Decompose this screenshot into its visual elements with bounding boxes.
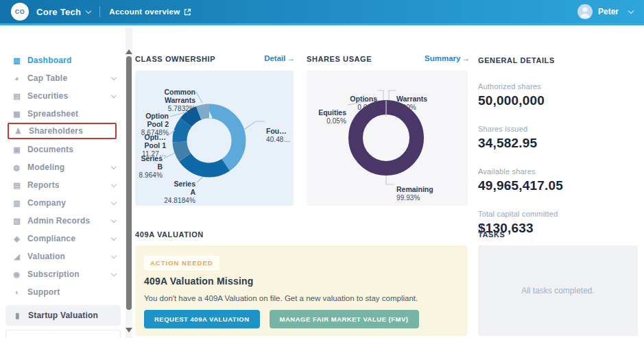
vertical-scrollbar[interactable] xyxy=(126,27,132,338)
sidebar-item-label: Support xyxy=(27,287,60,297)
409a-valuation-card: ACTION NEEDED 409A Valuation Missing You… xyxy=(135,245,468,336)
tasks-title: TASKS xyxy=(478,230,505,239)
sidebar-item-documents[interactable]: ▣Documents xyxy=(0,141,126,158)
detail-link[interactable]: Detail→ xyxy=(264,54,295,62)
sidebar-item-compliance[interactable]: ◈Compliance xyxy=(0,230,126,248)
sidebar-item-support[interactable]: ◖Support xyxy=(0,283,126,301)
sidebar-item-label: Subscription xyxy=(27,269,80,279)
sidebar-item-label: Documents xyxy=(27,145,73,154)
sidebar-item-startup-valuation[interactable]: ▮Startup Valuation xyxy=(5,305,121,326)
donut-label-remaining: Remaining 99.93% xyxy=(396,177,433,210)
scrollbar-up-arrow[interactable] xyxy=(126,49,132,54)
sidebar-item-label: Startup Valuation xyxy=(28,311,98,320)
shareholders-icon: ♟ xyxy=(14,127,23,136)
top-bar: CO Core Tech Account overview Peter xyxy=(0,0,644,25)
sidebar-item-dashboard[interactable]: ▥Dashboard xyxy=(0,51,126,69)
general-details-title: GENERAL DETAILS xyxy=(478,56,644,64)
sidebar-item-label: Spreadsheet xyxy=(27,109,78,119)
sidebar-item-subscription[interactable]: ◉Subscription xyxy=(0,265,126,283)
class-ownership-chart-card: Common Warrants 5.7832% Option Pool 2 8.… xyxy=(135,71,294,206)
stat-label: Shares issued xyxy=(478,125,644,133)
sidebar-item-shareholders[interactable]: ♟Shareholders xyxy=(8,123,117,139)
authorized-shares-value: 50,000,000 xyxy=(478,93,644,108)
sidebar-item-securities[interactable]: ▤Securities xyxy=(0,87,126,105)
chevron-down-icon xyxy=(111,92,117,97)
valuation-icon: ◢ xyxy=(12,252,21,261)
sidebar-item-admin-records[interactable]: ▧Admin Records xyxy=(0,212,126,230)
sidebar-item-modeling[interactable]: ◍Modeling xyxy=(0,158,126,176)
donut-label-common-warrants: Common Warrants 5.7832% xyxy=(165,80,196,121)
startup-valuation-icon: ▮ xyxy=(13,311,22,320)
sidebar-item-label: Dashboard xyxy=(27,56,71,65)
shares-usage-donut-chart xyxy=(307,71,468,206)
donut-label-options: Options 0.01% xyxy=(350,86,377,120)
409a-missing-description: You don't have a 409A Valuation on file.… xyxy=(144,294,418,302)
sidebar-item-company[interactable]: ▥Company xyxy=(0,194,126,212)
app-window: CO Core Tech Account overview Peter ▥Das… xyxy=(0,0,644,338)
spreadsheet-icon: ▦ xyxy=(12,110,21,119)
chevron-down-icon xyxy=(111,74,117,80)
support-icon: ◖ xyxy=(12,288,21,296)
company-icon: ▥ xyxy=(12,199,21,208)
main-content: CLASS OWNERSHIP Detail→ Common Warrants … xyxy=(134,27,644,338)
request-409a-valuation-button[interactable]: REQUEST 409A VALUATION xyxy=(144,310,260,328)
tasks-card: All tasks completed. xyxy=(478,245,638,336)
sidebar-item-label: Valuation xyxy=(27,252,65,261)
chevron-down-icon xyxy=(111,234,117,240)
sidebar-item-label: Cap Table xyxy=(27,73,67,83)
person-icon xyxy=(577,4,593,19)
compliance-icon: ◈ xyxy=(12,234,21,243)
chevron-down-icon[interactable] xyxy=(628,8,634,14)
manage-fmv-button[interactable]: MANAGE FAIR MARKET VALUE (FMV) xyxy=(270,310,419,328)
chevron-down-icon xyxy=(111,252,117,258)
company-initials: CO xyxy=(15,8,25,15)
user-menu[interactable]: Peter xyxy=(598,7,619,16)
chevron-down-icon xyxy=(111,217,117,222)
chevron-down-icon xyxy=(111,199,117,204)
sidebar-item-label: Admin Records xyxy=(27,216,90,226)
sidebar-item-spreadsheet[interactable]: ▦Spreadsheet xyxy=(0,105,126,123)
scrollbar-down-arrow[interactable] xyxy=(126,328,132,333)
scrollbar-thumb[interactable] xyxy=(126,56,132,310)
409a-valuation-title: 409A VALUATION xyxy=(135,230,204,239)
sidebar-item-label: Securities xyxy=(27,91,68,101)
company-switcher[interactable]: Core Tech xyxy=(36,7,81,17)
sidebar-item-label: Reports xyxy=(27,180,60,190)
account-overview-label: Account overview xyxy=(109,8,180,16)
company-logo: CO xyxy=(11,3,29,21)
account-overview-link[interactable]: Account overview xyxy=(109,8,191,16)
summary-link[interactable]: Summary→ xyxy=(425,54,470,62)
409a-missing-heading: 409A Valuation Missing xyxy=(144,276,253,287)
divider xyxy=(99,6,100,17)
arrow-right-icon: → xyxy=(462,54,470,62)
sidebar-item-reports[interactable]: ▤Reports xyxy=(0,176,126,194)
documents-icon: ▣ xyxy=(12,145,21,154)
shares-issued-value: 34,582.95 xyxy=(478,136,644,151)
user-avatar[interactable] xyxy=(577,4,593,19)
donut-label-equities: Equities 0.05% xyxy=(318,100,346,134)
sidebar-item-label: Compliance xyxy=(27,234,75,243)
sidebar-item-partial xyxy=(5,330,121,338)
summary-link-label: Summary xyxy=(425,54,460,62)
arrow-right-icon: → xyxy=(287,54,296,62)
chevron-down-icon xyxy=(111,163,117,169)
donut-label-series-a: Series A 24.8184% xyxy=(164,171,195,213)
class-ownership-title: CLASS OWNERSHIP xyxy=(135,55,215,63)
detail-link-label: Detail xyxy=(264,54,285,62)
shares-usage-chart-card: Options 0.01% Warrants 0.00% Equities 0.… xyxy=(307,71,468,206)
general-details-panel: GENERAL DETAILS Authorized shares 50,000… xyxy=(478,56,644,236)
sidebar-item-valuation[interactable]: ◢Valuation xyxy=(0,248,126,265)
sidebar-item-label: Company xyxy=(27,198,66,208)
admin-records-icon: ▧ xyxy=(12,217,21,226)
sidebar-item-cap-table[interactable]: ◕Cap Table xyxy=(0,69,126,87)
reports-icon: ▤ xyxy=(12,181,21,190)
sidebar-item-label: Shareholders xyxy=(29,126,83,136)
subscription-icon: ◉ xyxy=(12,270,21,279)
external-link-icon xyxy=(184,8,191,16)
stat-label: Available shares xyxy=(478,167,644,176)
stat-label: Authorized shares xyxy=(478,82,644,90)
chevron-down-icon[interactable] xyxy=(86,8,91,14)
donut-label-warrants: Warrants 0.00% xyxy=(396,86,427,120)
donut-label-series-b: Series B 8.964% xyxy=(139,146,163,188)
sidebar-item-label: Modeling xyxy=(27,162,64,172)
